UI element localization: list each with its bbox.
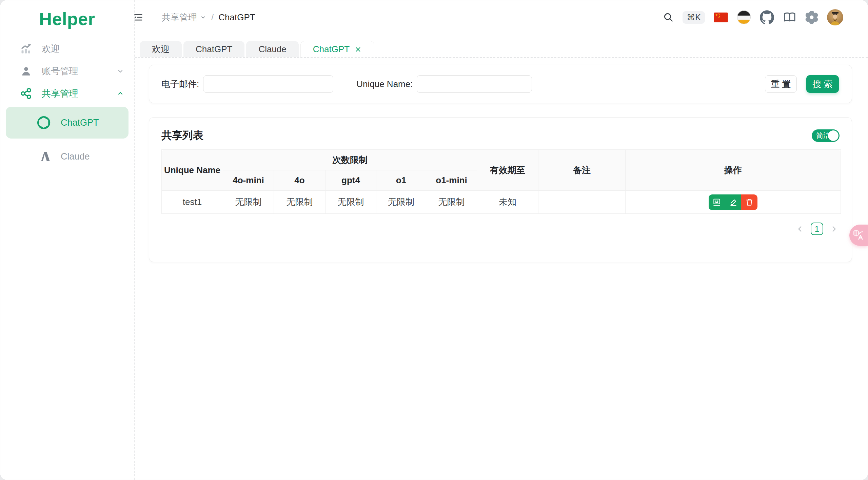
- app-window: Helper 欢迎: [0, 0, 868, 480]
- breadcrumb-separator: /: [211, 12, 214, 23]
- share-table: Unique Name 次数限制 有效期至 备注 操作 4o-mini 4o g…: [161, 149, 841, 214]
- anthropic-icon: [34, 150, 53, 163]
- settings-gear-icon[interactable]: [805, 11, 818, 24]
- pagination: 1: [161, 223, 840, 235]
- menu-fold-icon[interactable]: [131, 10, 145, 25]
- delete-button[interactable]: [741, 194, 757, 210]
- col-4o: 4o: [274, 170, 326, 191]
- sidebar-item-accounts[interactable]: 账号管理: [0, 60, 134, 82]
- tab-chatgpt[interactable]: ChatGPT: [183, 41, 244, 57]
- share-list-card: 共享列表 简洁 Unique Name 次数限制: [149, 117, 852, 262]
- breadcrumb-current: ChatGPT: [218, 12, 255, 23]
- prev-page-icon[interactable]: [796, 225, 805, 233]
- cell-unique-name: test1: [162, 191, 223, 214]
- cell-limit-o1: 无限制: [376, 191, 426, 214]
- app-logo: Helper: [0, 8, 134, 33]
- cell-limit-4o: 无限制: [274, 191, 326, 214]
- unique-name-label: Unique Name:: [356, 79, 413, 89]
- command-k-shortcut[interactable]: ⌘K: [683, 11, 705, 24]
- sidebar-item-chatgpt[interactable]: ChatGPT: [6, 107, 129, 139]
- sidebar-nav: 欢迎 账号管理: [0, 38, 134, 172]
- theme-roundel-icon[interactable]: [737, 10, 751, 24]
- tab-claude[interactable]: Claude: [246, 41, 298, 57]
- col-group-limits: 次数限制: [223, 150, 477, 170]
- close-icon[interactable]: [354, 46, 362, 53]
- reset-button[interactable]: 重 置: [765, 75, 797, 93]
- sidebar-item-label: Claude: [61, 151, 90, 162]
- col-actions: 操作: [626, 150, 841, 191]
- sidebar-item-sharing[interactable]: 共享管理: [0, 82, 134, 105]
- sidebar-item-claude[interactable]: Claude: [6, 141, 129, 172]
- unique-name-field[interactable]: [417, 75, 532, 93]
- language-flag-icon[interactable]: [714, 13, 728, 22]
- cell-expiry: 未知: [477, 191, 538, 214]
- cell-note: [538, 191, 626, 214]
- col-o1: o1: [376, 170, 426, 191]
- share-icon: [19, 87, 33, 100]
- breadcrumb: 共享管理 / ChatGPT: [162, 12, 255, 23]
- tab-label: 欢迎: [152, 43, 170, 55]
- col-4o-mini: 4o-mini: [223, 170, 274, 191]
- search-filter-card: 电子邮件: Unique Name: 重 置 搜 索: [149, 65, 852, 103]
- sidebar-item-label: 共享管理: [42, 87, 116, 100]
- cell-limit-4o-mini: 无限制: [223, 191, 274, 214]
- row-actions: [709, 194, 757, 210]
- chevron-down-icon: [200, 14, 206, 21]
- cell-limit-gpt4: 无限制: [326, 191, 376, 214]
- tabstrip: 欢迎 ChatGPT Claude ChatGPT: [135, 34, 868, 58]
- sidebar: Helper 欢迎: [0, 0, 135, 480]
- sidebar-item-label: 欢迎: [42, 43, 124, 55]
- chart-icon: [19, 43, 33, 55]
- translate-float-button[interactable]: [849, 225, 868, 246]
- chevron-up-icon: [116, 89, 124, 98]
- col-o1-mini: o1-mini: [426, 170, 477, 191]
- main-area: 共享管理 / ChatGPT ⌘K: [135, 0, 868, 480]
- search-icon[interactable]: [663, 12, 674, 23]
- sidebar-item-label: ChatGPT: [61, 118, 99, 128]
- content: 电子邮件: Unique Name: 重 置 搜 索 共享列表 简洁: [135, 58, 868, 480]
- tab-label: Claude: [258, 44, 286, 55]
- breadcrumb-parent[interactable]: 共享管理: [162, 12, 206, 23]
- col-expiry: 有效期至: [477, 150, 538, 191]
- breadcrumb-parent-label: 共享管理: [162, 12, 197, 23]
- sidebar-item-label: 账号管理: [42, 65, 116, 77]
- user-avatar[interactable]: [827, 9, 843, 25]
- col-unique-name: Unique Name: [162, 150, 223, 191]
- concise-toggle[interactable]: 简洁: [812, 129, 840, 142]
- topbar: 共享管理 / ChatGPT ⌘K: [135, 0, 868, 34]
- share-list-title: 共享列表: [161, 128, 203, 143]
- page-number[interactable]: 1: [811, 223, 823, 235]
- tab-label: ChatGPT: [196, 44, 232, 55]
- sidebar-item-welcome[interactable]: 欢迎: [0, 38, 134, 60]
- tab-label: ChatGPT: [313, 44, 350, 55]
- col-gpt4: gpt4: [326, 170, 376, 191]
- translate-icon: [853, 230, 864, 241]
- search-button[interactable]: 搜 索: [806, 75, 839, 93]
- email-label: 电子邮件:: [161, 78, 199, 90]
- edit-button[interactable]: [725, 194, 741, 210]
- email-field[interactable]: [203, 75, 333, 93]
- next-page-icon[interactable]: [829, 225, 838, 233]
- chevron-down-icon: [116, 67, 124, 75]
- user-icon: [19, 65, 33, 77]
- github-icon[interactable]: [760, 10, 774, 24]
- table-row: test1 无限制 无限制 无限制 无限制 无限制 未知: [162, 191, 841, 214]
- topbar-actions: ⌘K: [663, 9, 843, 25]
- col-note: 备注: [538, 150, 626, 191]
- toggle-knob: [828, 130, 839, 141]
- cell-limit-o1-mini: 无限制: [426, 191, 477, 214]
- openai-icon: [34, 115, 53, 130]
- docs-book-icon[interactable]: [783, 11, 796, 24]
- tab-chatgpt-active[interactable]: ChatGPT: [300, 41, 374, 57]
- tab-welcome[interactable]: 欢迎: [140, 41, 182, 57]
- account-card-button[interactable]: [709, 194, 725, 210]
